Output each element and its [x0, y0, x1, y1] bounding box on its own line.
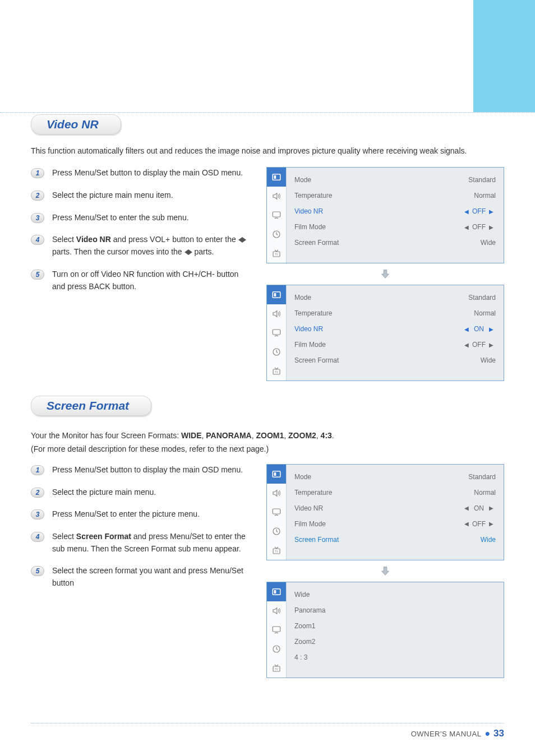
picture-icon [267, 285, 286, 304]
step-number-badge: 4 [31, 532, 44, 542]
step-number-badge: 5 [31, 566, 44, 576]
triangle-right-icon: ▶ [487, 326, 496, 332]
picture-icon [267, 582, 286, 601]
osd-panel: TV ModeStandard TemperatureNormal Video … [266, 167, 504, 263]
sound-icon [267, 484, 286, 503]
osd-row-video-nr: Video NR◀ON▶ [294, 321, 496, 337]
osd-row-video-nr: Video NR◀ON▶ [294, 500, 496, 516]
down-arrow-icon [266, 565, 504, 579]
step-number-badge: 5 [31, 270, 44, 280]
step-text: Press Menu/Set button to display the mai… [52, 464, 243, 476]
tv-icon: TV [267, 361, 286, 381]
triangle-left-icon [185, 249, 188, 255]
screen-format-osd-column: TV ModeStandard TemperatureNormal Video … [266, 464, 504, 683]
step-text: Turn on or off Video NR function with CH… [52, 268, 250, 293]
osd-panel: TV ModeStandard TemperatureNormal Video … [266, 464, 504, 560]
triangle-right-icon [188, 249, 192, 255]
clock-icon [267, 225, 286, 244]
feature-icon [267, 206, 286, 225]
svg-text:TV: TV [275, 668, 278, 671]
osd-row-screen-format: Screen FormatWide [294, 235, 496, 251]
svg-rect-18 [273, 589, 280, 595]
svg-text:TV: TV [275, 371, 278, 374]
screen-format-columns: 1 Press Menu/Set button to display the m… [31, 464, 504, 683]
triangle-left-icon: ◀ [462, 224, 471, 230]
footer-label: OWNER'S MANUAL [411, 730, 482, 738]
footer-separator [31, 723, 504, 723]
step-text: Select the picture main menu. [52, 486, 156, 499]
sound-icon [267, 304, 286, 323]
osd-panel: TV ModeStandard TemperatureNormal Video … [266, 285, 504, 381]
step-text: Select Screen Format and press Menu/Set … [52, 531, 250, 555]
osd-rows: Wide Panorama Zoom1 Zoom2 4 : 3 [287, 582, 504, 678]
step-number-badge: 1 [31, 168, 44, 178]
svg-rect-2 [273, 212, 280, 217]
tv-icon: TV [267, 244, 286, 263]
screen-format-steps: 1 Press Menu/Set button to display the m… [31, 464, 250, 683]
step-2: 2 Select the picture main menu. [31, 486, 250, 499]
page-footer: OWNER'S MANUAL ● 33 [31, 728, 504, 739]
video-nr-steps: 1 Press Menu/Set button to display the m… [31, 167, 250, 386]
step-1: 1 Press Menu/Set button to display the m… [31, 464, 250, 476]
step-text: Press Menu/Set button to display the mai… [52, 167, 243, 179]
osd-option-panorama: Panorama [294, 602, 496, 618]
svg-rect-1 [274, 175, 276, 179]
clock-icon [267, 342, 286, 361]
step-3: 3 Press Menu/Set to enter the sub menu. [31, 212, 250, 224]
triangle-right-icon: ▶ [487, 505, 496, 511]
triangle-left-icon: ◀ [462, 208, 471, 215]
step-5: 5 Select the screen format you want and … [31, 565, 250, 589]
osd-row-video-nr: Video NR◀OFF▶ [294, 203, 496, 219]
triangle-right-icon: ▶ [487, 342, 496, 348]
section-heading-screen-format: Screen Format [31, 396, 151, 416]
svg-rect-7 [274, 293, 276, 296]
step-1: 1 Press Menu/Set button to display the m… [31, 167, 250, 179]
svg-rect-19 [274, 590, 276, 593]
triangle-left-icon: ◀ [462, 521, 471, 527]
step-number-badge: 2 [31, 191, 44, 201]
feature-icon [267, 620, 286, 639]
svg-rect-20 [273, 627, 280, 632]
clock-icon [267, 522, 286, 541]
osd-rows: ModeStandard TemperatureNormal Video NR◀… [287, 168, 504, 263]
feature-icon [267, 503, 286, 522]
clock-icon [267, 639, 286, 658]
sound-icon [267, 601, 286, 620]
step-2: 2 Select the picture main menu item. [31, 189, 250, 202]
step-number-badge: 4 [31, 235, 44, 245]
osd-row-film-mode: Film Mode◀OFF▶ [294, 337, 496, 353]
triangle-right-icon: ▶ [487, 224, 496, 230]
svg-text:TV: TV [275, 253, 278, 256]
step-5: 5 Turn on or off Video NR function with … [31, 268, 250, 293]
osd-row-screen-format: Screen FormatWide [294, 353, 496, 368]
picture-icon [267, 168, 286, 187]
osd-row-mode: ModeStandard [294, 172, 496, 188]
video-nr-columns: 1 Press Menu/Set button to display the m… [31, 167, 504, 386]
triangle-right-icon [242, 237, 246, 243]
svg-text:TV: TV [275, 550, 278, 553]
triangle-right-icon: ▶ [487, 521, 496, 527]
step-number-badge: 1 [31, 465, 44, 475]
svg-rect-8 [273, 330, 280, 335]
step-text: Press Menu/Set to enter the picture menu… [52, 508, 200, 521]
svg-rect-13 [274, 472, 276, 476]
osd-option-zoom2: Zoom2 [294, 634, 496, 650]
triangle-left-icon [238, 237, 242, 243]
page: Video NR This function automatically fil… [0, 0, 535, 756]
feature-icon [267, 323, 286, 342]
osd-row-mode: ModeStandard [294, 469, 496, 485]
step-text: Select Video NR and press VOL+ button to… [52, 234, 250, 258]
osd-row-film-mode: Film Mode◀OFF▶ [294, 516, 496, 532]
triangle-left-icon: ◀ [462, 326, 471, 332]
step-4: 4 Select Video NR and press VOL+ button … [31, 234, 250, 258]
osd-rows: ModeStandard TemperatureNormal Video NR◀… [287, 285, 504, 381]
step-number-badge: 3 [31, 509, 44, 520]
content: Video NR This function automatically fil… [31, 112, 504, 683]
triangle-right-icon: ▶ [487, 208, 496, 215]
video-nr-osd-column: TV ModeStandard TemperatureNormal Video … [266, 167, 504, 386]
osd-icon-rail: TV [267, 285, 287, 381]
header-accent-bar [473, 0, 535, 112]
osd-panel-options: TV Wide Panorama Zoom1 Zoom2 4 : 3 [266, 582, 504, 678]
screen-format-intro: Your the Monitor has four Screen Formats… [31, 429, 504, 456]
page-number: 33 [494, 728, 504, 739]
